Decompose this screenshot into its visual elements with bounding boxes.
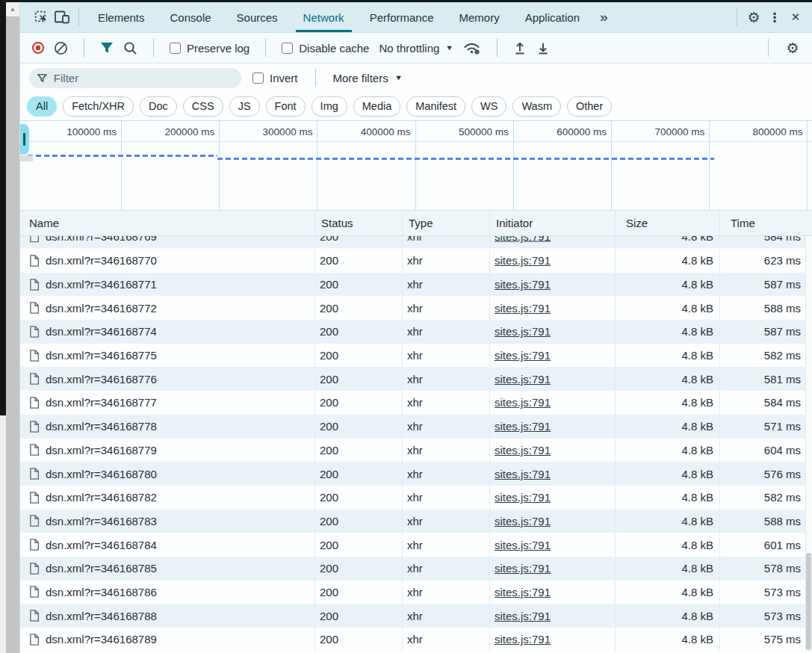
network-conditions-icon [462, 41, 481, 55]
request-initiator-link[interactable]: sites.js:791 [495, 515, 551, 527]
filter-field[interactable] [29, 68, 241, 88]
chip-media[interactable]: Media [353, 96, 401, 117]
tab-console[interactable]: Console [158, 2, 224, 32]
table-row[interactable]: dsn.xml?r=346168776 200 xhr sites.js:791… [20, 367, 812, 391]
table-row[interactable]: dsn.xml?r=346168779 200 xhr sites.js:791… [20, 439, 812, 462]
table-row[interactable]: dsn.xml?r=346168775 200 xhr sites.js:791… [20, 344, 812, 368]
chip-js[interactable]: JS [229, 96, 260, 117]
column-header-type[interactable]: Type [402, 211, 489, 235]
request-status: 200 [320, 373, 338, 386]
document-icon [29, 492, 40, 504]
partial-table-row[interactable]: dsn.xml?r=346168769 200 xhr sites.js:791… [20, 236, 812, 249]
kebab-menu-icon[interactable]: ⋮ [764, 7, 785, 28]
table-row[interactable]: dsn.xml?r=346168771 200 xhr sites.js:791… [20, 273, 812, 297]
request-initiator-link[interactable]: sites.js:791 [495, 254, 551, 267]
request-initiator-link[interactable]: sites.js:791 [495, 325, 551, 338]
chip-font[interactable]: Font [266, 96, 306, 117]
column-header-status[interactable]: Status [314, 211, 402, 235]
inspect-icon [34, 10, 49, 25]
table-row[interactable]: dsn.xml?r=346168770 200 xhr sites.js:791… [20, 249, 812, 273]
column-header-size[interactable]: Size [615, 211, 719, 235]
table-scrollbar-thumb[interactable] [806, 553, 811, 650]
chip-all[interactable]: All [27, 96, 57, 117]
request-initiator-link[interactable]: sites.js:791 [495, 468, 551, 480]
request-initiator-link[interactable]: sites.js:791 [495, 420, 551, 433]
preserve-log-toggle[interactable]: Preserve log [170, 42, 250, 55]
request-initiator-link[interactable]: sites.js:791 [495, 491, 551, 504]
tab-elements[interactable]: Elements [85, 2, 158, 32]
import-har-button[interactable] [513, 41, 527, 55]
request-initiator-link[interactable]: sites.js:791 [495, 396, 551, 409]
search-button[interactable] [123, 41, 137, 55]
table-row[interactable]: dsn.xml?r=346168777 200 xhr sites.js:791… [20, 391, 812, 415]
column-header-initiator[interactable]: Initiator [489, 211, 615, 235]
throttling-dropdown[interactable]: No throttling ▼ [379, 42, 453, 55]
chip-other[interactable]: Other [567, 96, 612, 117]
request-initiator-link[interactable]: sites.js:791 [495, 562, 551, 575]
overview-left-handle[interactable] [20, 124, 29, 155]
chip-ws[interactable]: WS [471, 96, 506, 117]
scrollbar-thumb[interactable] [6, 16, 19, 653]
inspect-element-button[interactable] [31, 7, 52, 28]
close-devtools-icon[interactable]: ✕ [785, 7, 806, 28]
request-initiator-link[interactable]: sites.js:791 [495, 349, 551, 362]
network-settings-gear-icon[interactable]: ⚙ [782, 37, 803, 58]
ruler-separator [20, 141, 812, 142]
table-row[interactable]: dsn.xml?r=346168788 200 xhr sites.js:791… [20, 604, 812, 628]
chip-doc[interactable]: Doc [140, 96, 177, 117]
table-row[interactable]: dsn.xml?r=346168784 200 xhr sites.js:791… [20, 533, 812, 557]
table-row[interactable]: dsn.xml?r=346168785 200 xhr sites.js:791… [20, 557, 812, 581]
column-header-name[interactable]: Name [20, 211, 314, 235]
filter-input[interactable] [54, 72, 233, 84]
chip-css[interactable]: CSS [183, 96, 223, 117]
preserve-log-checkbox[interactable] [170, 43, 181, 54]
table-row[interactable]: dsn.xml?r=346168782 200 xhr sites.js:791… [20, 486, 812, 510]
chip-img[interactable]: Img [312, 96, 347, 117]
invert-toggle[interactable]: Invert [252, 72, 298, 84]
request-initiator-link[interactable]: sites.js:791 [495, 610, 551, 622]
table-row[interactable]: dsn.xml?r=346168780 200 xhr sites.js:791… [20, 462, 812, 486]
page-scrollbar[interactable]: ▲ [6, 2, 19, 653]
table-row[interactable]: dsn.xml?r=346168786 200 xhr sites.js:791… [20, 581, 812, 604]
request-initiator-link[interactable]: sites.js:791 [495, 302, 551, 315]
record-network-log-button[interactable] [32, 42, 44, 54]
disable-cache-toggle[interactable]: Disable cache [282, 42, 369, 55]
request-initiator-link[interactable]: sites.js:791 [495, 373, 551, 386]
table-row[interactable]: dsn.xml?r=346168783 200 xhr sites.js:791… [20, 510, 812, 533]
request-initiator-link[interactable]: sites.js:791 [495, 236, 551, 243]
timeline-overview[interactable]: 100000 ms200000 ms300000 ms400000 ms5000… [20, 120, 812, 211]
tab-network[interactable]: Network [291, 2, 357, 32]
chip-manifest[interactable]: Manifest [406, 96, 465, 117]
tab-memory[interactable]: Memory [447, 2, 512, 32]
request-size: 4.8 kB [681, 325, 713, 338]
request-initiator-link[interactable]: sites.js:791 [495, 633, 551, 646]
table-scrollbar[interactable] [805, 236, 812, 653]
request-initiator-link[interactable]: sites.js:791 [495, 586, 551, 598]
invert-checkbox[interactable] [252, 72, 264, 84]
table-row[interactable]: dsn.xml?r=346168772 200 xhr sites.js:791… [20, 296, 812, 320]
scroll-up-arrow[interactable]: ▲ [6, 2, 19, 16]
request-initiator-link[interactable]: sites.js:791 [495, 444, 551, 457]
more-filters-dropdown[interactable]: More filters ▼ [333, 72, 402, 84]
request-initiator-link[interactable]: sites.js:791 [495, 278, 551, 291]
column-header-time[interactable]: Time [719, 211, 812, 235]
more-tabs-button[interactable]: » [592, 9, 616, 25]
filter-toggle-button[interactable] [100, 42, 114, 54]
table-row[interactable]: dsn.xml?r=346168769 200 xhr sites.js:791… [20, 236, 812, 248]
table-row[interactable]: dsn.xml?r=346168789 200 xhr sites.js:791… [20, 628, 812, 652]
export-har-button[interactable] [536, 41, 550, 55]
tab-application[interactable]: Application [512, 2, 592, 32]
table-row[interactable]: dsn.xml?r=346168778 200 xhr sites.js:791… [20, 415, 812, 439]
tab-performance[interactable]: Performance [357, 2, 447, 32]
toggle-device-toolbar-button[interactable] [52, 7, 72, 28]
disable-cache-checkbox[interactable] [282, 43, 293, 54]
clear-network-log-button[interactable] [54, 41, 68, 55]
chip-wasm[interactable]: Wasm [512, 96, 561, 117]
timeline-gridline [807, 121, 808, 210]
settings-gear-icon[interactable]: ⚙ [743, 7, 764, 28]
network-conditions-button[interactable] [462, 41, 481, 55]
chip-fetch-xhr[interactable]: Fetch/XHR [63, 96, 134, 117]
tab-sources[interactable]: Sources [224, 2, 291, 32]
table-row[interactable]: dsn.xml?r=346168774 200 xhr sites.js:791… [20, 320, 812, 344]
request-initiator-link[interactable]: sites.js:791 [495, 539, 551, 551]
